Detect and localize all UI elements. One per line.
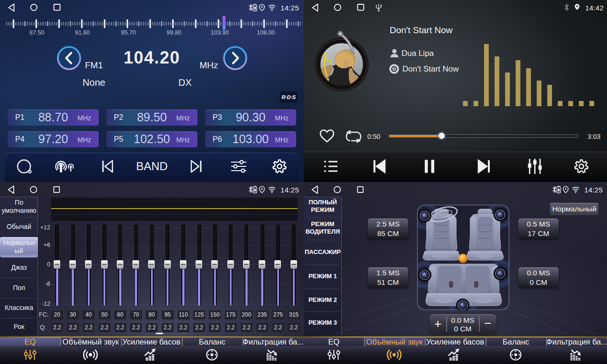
- svg-text:BAND: BAND: [136, 160, 168, 173]
